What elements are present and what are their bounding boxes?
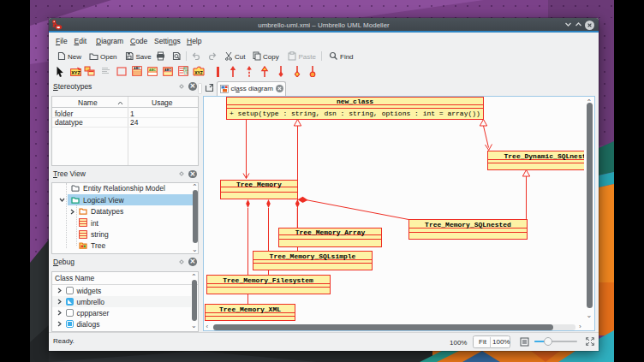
svg-text:Tree_Memory_SQLsimple: Tree_Memory_SQLsimple: [269, 252, 355, 260]
svg-text:ABC: ABC: [149, 68, 156, 71]
svg-text:Tree_Memory_Filesystem: Tree_Memory_Filesystem: [223, 276, 313, 284]
svg-text:123: 123: [183, 72, 188, 75]
svg-text:+ setup(type : string, dsn : s: + setup(type : string, dsn : string, opt…: [230, 110, 480, 117]
svg-text:Tree_Memory_Array: Tree_Memory_Array: [295, 228, 365, 236]
svg-text:XYZ: XYZ: [194, 70, 203, 75]
svg-text:ABC: ABC: [164, 68, 171, 72]
svg-text:XYZ: XYZ: [71, 70, 80, 75]
svg-text:Tree_Dynamic_SQLnested: Tree_Dynamic_SQLnested: [504, 152, 584, 160]
svg-text:Tree_Memory: Tree_Memory: [236, 181, 281, 188]
svg-text:Tree_Memory_SQLnested: Tree_Memory_SQLnested: [425, 221, 511, 228]
svg-text:Tree_Memory_XML: Tree_Memory_XML: [218, 306, 280, 313]
svg-text:ABC: ABC: [134, 67, 140, 70]
svg-text:new_class: new_class: [336, 98, 373, 105]
